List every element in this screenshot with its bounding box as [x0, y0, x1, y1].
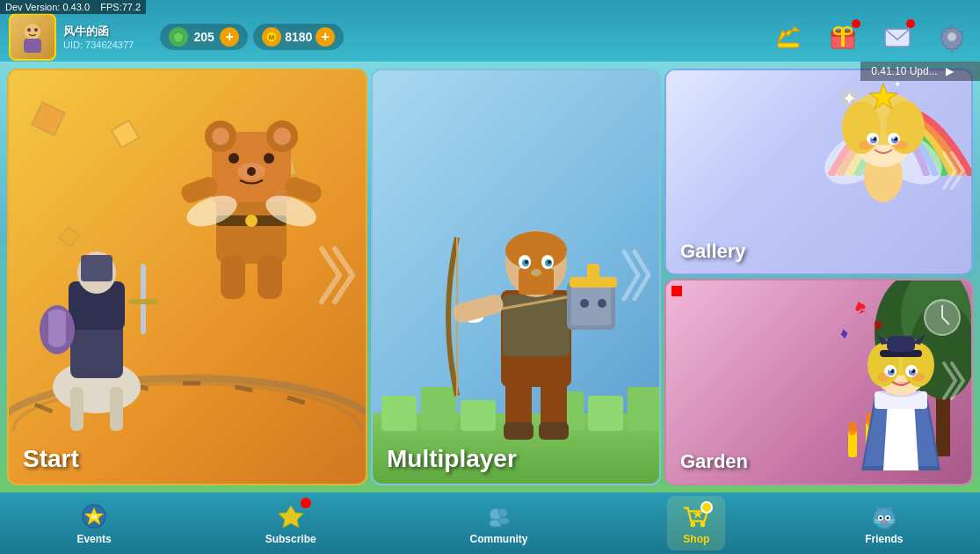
multiplayer-card[interactable]: Multiplayer [371, 69, 661, 485]
svg-point-32 [264, 153, 274, 164]
svg-point-136 [889, 368, 892, 371]
currency-bar: 205 + M 8180 + [160, 24, 344, 50]
shop-nav-item[interactable]: Shop [667, 496, 725, 550]
svg-rect-53 [381, 396, 417, 431]
svg-point-151 [874, 507, 895, 528]
svg-point-69 [548, 260, 551, 264]
shop-icon [681, 501, 711, 531]
events-nav-item[interactable]: M Events [62, 496, 125, 550]
svg-point-70 [531, 269, 541, 276]
svg-point-30 [273, 128, 291, 145]
svg-rect-38 [258, 255, 282, 299]
gallery-label: Gallery [680, 240, 746, 263]
svg-point-2 [27, 28, 31, 32]
svg-rect-51 [128, 299, 158, 304]
friends-icon [869, 501, 899, 531]
svg-point-3 [34, 28, 38, 32]
svg-point-158 [882, 521, 886, 523]
add-coins-button[interactable]: + [316, 27, 335, 47]
coin-value: 8180 [285, 30, 312, 44]
svg-rect-44 [70, 387, 83, 431]
settings-button[interactable] [933, 18, 971, 56]
svg-marker-120 [883, 400, 918, 470]
garden-card[interactable]: ♠ ♥ ♦ [664, 279, 973, 485]
player-uid: UID: 734624377 [63, 40, 134, 50]
svg-rect-147 [498, 518, 509, 524]
dev-version: Dev Version: 0.43.0 [5, 2, 90, 12]
main-content: Start [0, 62, 980, 492]
svg-point-139 [912, 373, 925, 382]
community-label: Community [470, 533, 528, 545]
header: 风牛的函 UID: 734624377 205 + M 8180 + [0, 0, 980, 62]
svg-marker-4 [173, 32, 184, 42]
gem-currency: 205 + [160, 24, 248, 50]
svg-point-62 [505, 231, 567, 270]
coin-currency: M 8180 + [253, 24, 344, 50]
community-nav-item[interactable]: Community [456, 496, 542, 550]
multiplayer-label: Multiplayer [387, 445, 517, 473]
svg-line-24 [287, 397, 305, 403]
shop-label: Shop [683, 533, 709, 545]
events-label: Events [76, 533, 111, 545]
svg-rect-8 [778, 43, 799, 47]
svg-rect-49 [81, 255, 113, 281]
svg-point-157 [886, 517, 889, 520]
svg-point-40 [245, 215, 258, 227]
side-cards: ✦ ✦ ✦ [664, 69, 973, 485]
events-icon: M [79, 501, 109, 531]
svg-point-68 [525, 260, 528, 264]
svg-rect-45 [110, 387, 123, 431]
subscribe-badge [301, 498, 311, 508]
svg-text:M: M [269, 33, 275, 41]
svg-marker-7 [778, 27, 799, 43]
svg-point-156 [879, 517, 882, 520]
garden-label: Garden [680, 450, 748, 473]
player-name: 风牛的函 [63, 24, 134, 40]
mail-button[interactable] [878, 18, 917, 56]
coin-icon: M [262, 27, 281, 47]
svg-point-103 [859, 141, 873, 149]
svg-rect-81 [539, 422, 569, 440]
svg-point-29 [212, 128, 229, 145]
update-bar: 0.41.10 Upd... ▶ [860, 62, 980, 81]
svg-point-34 [247, 167, 256, 176]
header-icons [769, 18, 971, 56]
svg-rect-129 [887, 336, 915, 352]
svg-text:M: M [91, 513, 98, 521]
add-gems-button[interactable]: + [220, 27, 239, 47]
bottom-nav: M Events Subscribe Community [0, 492, 980, 554]
svg-point-0 [25, 24, 40, 40]
start-card[interactable]: Start [7, 69, 367, 485]
friends-nav-item[interactable]: Friends [851, 496, 917, 550]
svg-point-102 [892, 135, 896, 139]
svg-point-16 [947, 33, 956, 41]
gem-icon [169, 27, 188, 47]
subscribe-label: Subscribe [265, 533, 316, 545]
svg-point-145 [498, 508, 507, 517]
gem-value: 205 [192, 30, 216, 44]
update-text: 0.41.10 Upd... [871, 65, 937, 77]
svg-point-148 [691, 522, 696, 528]
mail-badge [906, 19, 915, 28]
subscribe-nav-item[interactable]: Subscribe [251, 496, 330, 550]
svg-point-31 [229, 153, 239, 164]
svg-point-138 [877, 373, 889, 382]
gallery-card[interactable]: ✦ ✦ ✦ [664, 69, 973, 275]
avatar[interactable] [9, 13, 56, 61]
svg-rect-87 [587, 264, 599, 281]
svg-point-104 [894, 141, 908, 149]
dev-info: Dev Version: 0.43.0 FPS:77.2 [0, 0, 146, 14]
start-label: Start [23, 445, 79, 473]
svg-marker-143 [279, 506, 303, 528]
svg-rect-37 [221, 255, 245, 299]
svg-point-84 [580, 299, 589, 308]
svg-rect-1 [24, 39, 41, 53]
player-info: 风牛的函 UID: 734624377 [63, 24, 134, 50]
ranking-button[interactable] [769, 18, 808, 56]
svg-point-149 [701, 522, 706, 528]
community-icon [484, 501, 514, 531]
svg-point-85 [598, 299, 606, 308]
subscribe-icon [276, 501, 306, 531]
gift-button[interactable] [824, 18, 862, 56]
gift-badge [852, 19, 860, 28]
